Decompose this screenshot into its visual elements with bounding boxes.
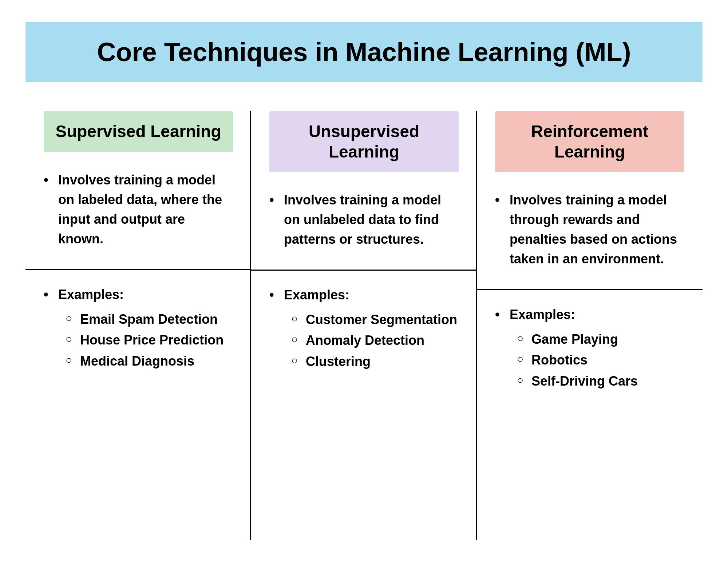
column-header-text-reinforcement: Reinforcement Learning	[531, 122, 648, 161]
example-item-supervised-2: Medical Diagnosis	[66, 351, 233, 372]
column-header-text-supervised: Supervised Learning	[55, 122, 221, 141]
divider-unsupervised	[251, 270, 477, 271]
examples-label-unsupervised: Examples:Customer SegmentationAnomaly De…	[269, 285, 459, 372]
column-header-text-unsupervised: Unsupervised Learning	[309, 122, 419, 161]
divider-supervised	[25, 269, 251, 270]
column-unsupervised: Unsupervised LearningInvolves training a…	[251, 111, 477, 540]
column-header-reinforcement: Reinforcement Learning	[495, 111, 684, 172]
examples-label-supervised: Examples:Email Spam DetectionHouse Price…	[44, 285, 233, 372]
example-item-unsupervised-0: Customer Segmentation	[291, 309, 459, 330]
columns-container: Supervised LearningInvolves training a m…	[25, 111, 703, 540]
title-box: Core Techniques in Machine Learning (ML)	[25, 22, 703, 82]
page-title: Core Techniques in Machine Learning (ML)	[47, 36, 681, 68]
example-item-supervised-1: House Price Prediction	[66, 330, 233, 351]
description-reinforcement: Involves training a model through reward…	[495, 190, 684, 269]
example-item-reinforcement-1: Robotics	[517, 350, 684, 371]
divider-reinforcement	[477, 289, 703, 290]
column-reinforcement: Reinforcement LearningInvolves training …	[477, 111, 703, 540]
example-item-supervised-0: Email Spam Detection	[66, 309, 233, 330]
description-supervised: Involves training a model on labeled dat…	[44, 170, 233, 249]
description-unsupervised: Involves training a model on unlabeled d…	[269, 190, 459, 249]
column-supervised: Supervised LearningInvolves training a m…	[25, 111, 251, 540]
example-item-unsupervised-1: Anomaly Detection	[291, 330, 459, 351]
example-item-reinforcement-2: Self-Driving Cars	[517, 371, 684, 392]
column-header-unsupervised: Unsupervised Learning	[269, 111, 459, 172]
column-header-supervised: Supervised Learning	[44, 111, 233, 152]
example-item-reinforcement-0: Game Playing	[517, 329, 684, 350]
example-item-unsupervised-2: Clustering	[291, 351, 459, 372]
examples-label-reinforcement: Examples:Game PlayingRoboticsSelf-Drivin…	[495, 305, 684, 392]
